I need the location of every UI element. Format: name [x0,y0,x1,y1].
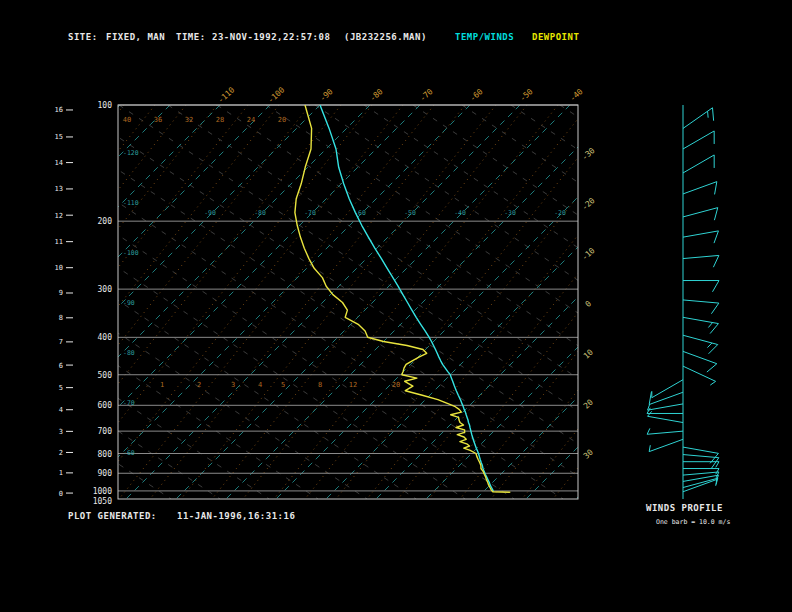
svg-text:-40: -40 [568,87,585,103]
theta-labels: 403632282420 [123,116,286,124]
temp-labels-top: -110-100-90-80-70-60-50-40 [216,85,585,105]
temp-labels-inner-left: -120-110-100-90-80-70-60 [123,149,139,457]
svg-text:9: 9 [59,289,63,297]
svg-text:11: 11 [55,238,63,246]
svg-text:3: 3 [59,428,63,436]
svg-text:900: 900 [98,469,113,478]
svg-text:15: 15 [55,133,63,141]
svg-text:20: 20 [582,397,595,410]
svg-text:7: 7 [59,338,63,346]
svg-text:1: 1 [160,381,164,389]
svg-text:400: 400 [98,333,113,342]
svg-text:20: 20 [392,381,400,389]
svg-text:32: 32 [185,116,193,124]
svg-text:2: 2 [197,381,201,389]
svg-text:-100: -100 [123,249,139,257]
svg-text:20: 20 [278,116,286,124]
svg-text:0: 0 [584,299,594,309]
svg-text:10: 10 [582,347,595,360]
svg-text:-120: -120 [123,149,139,157]
svg-text:16: 16 [55,106,63,114]
svg-text:30: 30 [582,447,595,460]
svg-text:40: 40 [123,116,131,124]
svg-text:1000: 1000 [93,487,112,496]
svg-text:24: 24 [247,116,255,124]
svg-text:-90: -90 [318,87,335,103]
dry-adiabats [0,105,792,499]
plot-generated-label: PLOT GENERATED: [68,511,157,521]
svg-text:-30: -30 [580,146,597,162]
svg-text:-30: -30 [504,209,516,217]
winds-profile-title: WINDS PROFILE [646,503,723,513]
wind-barbs [647,105,719,499]
pressure-labels: 10020030040050060070080090010001050 [93,101,112,506]
svg-text:14: 14 [55,159,63,167]
svg-text:-20: -20 [554,209,566,217]
plot-generated-value: 11-JAN-1996,16:31:16 [177,511,295,521]
svg-text:-110: -110 [216,85,236,105]
dewpoint-curve [295,105,510,492]
svg-text:4: 4 [59,406,63,414]
winds-barb-scale-note: One barb = 10.0 m/s [656,518,730,526]
svg-text:500: 500 [98,371,113,380]
svg-text:-80: -80 [254,209,266,217]
mixing-ratio-lines [0,105,792,499]
svg-text:-20: -20 [580,196,597,212]
temp-labels-right: -30-20-100102030 [580,146,597,461]
svg-text:-50: -50 [404,209,416,217]
svg-text:100: 100 [98,101,113,110]
svg-text:5: 5 [281,381,285,389]
svg-text:-90: -90 [123,299,135,307]
svg-text:-10: -10 [580,246,597,262]
svg-text:200: 200 [98,217,113,226]
svg-text:300: 300 [98,285,113,294]
svg-text:13: 13 [55,185,63,193]
svg-text:-90: -90 [204,209,216,217]
temperature-curve [320,105,493,492]
svg-text:700: 700 [98,427,113,436]
svg-text:28: 28 [216,116,224,124]
svg-text:3: 3 [231,381,235,389]
svg-text:5: 5 [59,384,63,392]
svg-text:2: 2 [59,449,63,457]
skewt-screen: SITE: FIXED, MAN TIME: 23-NOV-1992,22:57… [0,0,792,612]
plot-frame [118,105,578,499]
svg-text:800: 800 [98,450,113,459]
svg-text:10: 10 [55,264,63,272]
svg-text:-70: -70 [304,209,316,217]
svg-text:12: 12 [55,212,63,220]
svg-text:-60: -60 [123,449,135,457]
svg-text:12: 12 [349,381,357,389]
svg-text:6: 6 [59,362,63,370]
svg-text:1: 1 [59,469,63,477]
svg-text:-110: -110 [123,199,139,207]
svg-text:36: 36 [154,116,162,124]
mixing-ratio-labels: 1234581220 [160,381,400,389]
svg-text:-50: -50 [518,87,535,103]
svg-text:-60: -60 [468,87,485,103]
svg-text:4: 4 [258,381,262,389]
svg-text:-100: -100 [266,85,286,105]
isotherm-grid [0,105,792,499]
svg-text:-40: -40 [454,209,466,217]
isobar-grid [118,105,578,491]
temp-labels-inner-row: -90-80-70-60-50-40-30-20 [204,209,566,217]
svg-text:8: 8 [59,314,63,322]
svg-text:-70: -70 [123,399,135,407]
height-ticks: 161514131211109876543210 [55,106,73,497]
svg-text:0: 0 [59,490,63,498]
svg-text:600: 600 [98,401,113,410]
svg-text:-80: -80 [123,349,135,357]
svg-text:-80: -80 [368,87,385,103]
svg-text:1050: 1050 [93,497,112,506]
svg-text:-70: -70 [418,87,435,103]
svg-text:8: 8 [318,381,322,389]
